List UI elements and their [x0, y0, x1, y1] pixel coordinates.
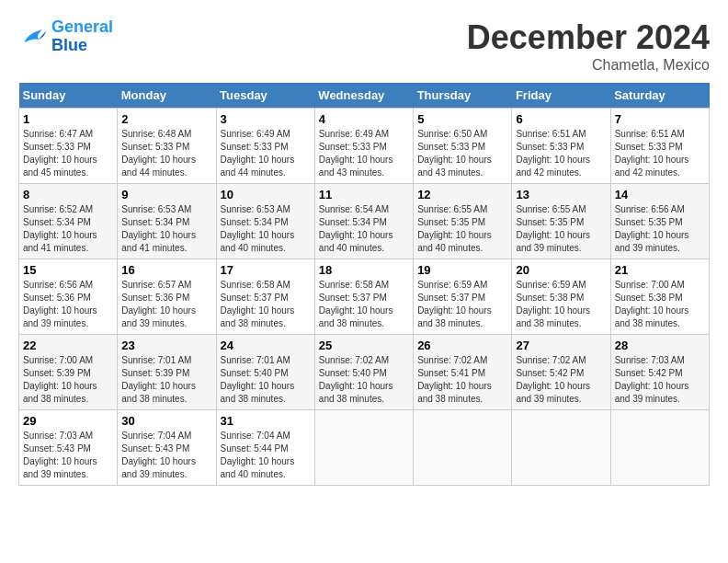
- calendar-cell: [314, 410, 413, 486]
- day-number: 24: [221, 339, 311, 352]
- col-friday: Friday: [512, 83, 610, 109]
- calendar-cell: 21Sunrise: 7:00 AMSunset: 5:38 PMDayligh…: [610, 259, 709, 335]
- calendar-cell: 11Sunrise: 6:54 AMSunset: 5:34 PMDayligh…: [314, 184, 413, 259]
- day-number: 26: [417, 339, 507, 352]
- calendar-cell: [610, 410, 709, 486]
- col-thursday: Thursday: [414, 83, 512, 109]
- calendar-cell: 3Sunrise: 6:49 AMSunset: 5:33 PMDaylight…: [216, 109, 314, 184]
- day-number: 7: [615, 112, 705, 126]
- calendar-cell: 27Sunrise: 7:02 AMSunset: 5:42 PMDayligh…: [512, 335, 610, 410]
- calendar-cell: [512, 410, 610, 486]
- day-info: Sunrise: 6:49 AMSunset: 5:33 PMDaylight:…: [221, 129, 295, 178]
- calendar-cell: 15Sunrise: 6:56 AMSunset: 5:36 PMDayligh…: [19, 259, 118, 335]
- day-number: 15: [23, 263, 113, 277]
- day-number: 6: [516, 112, 606, 126]
- day-info: Sunrise: 6:59 AMSunset: 5:38 PMDaylight:…: [516, 280, 590, 328]
- day-number: 2: [121, 112, 211, 126]
- day-info: Sunrise: 7:01 AMSunset: 5:39 PMDaylight:…: [121, 355, 196, 404]
- calendar-cell: 19Sunrise: 6:59 AMSunset: 5:37 PMDayligh…: [414, 259, 512, 335]
- logo-icon: [18, 22, 48, 52]
- day-number: 8: [23, 188, 113, 201]
- calendar-cell: 22Sunrise: 7:00 AMSunset: 5:39 PMDayligh…: [19, 335, 118, 410]
- calendar-cell: 20Sunrise: 6:59 AMSunset: 5:38 PMDayligh…: [512, 259, 610, 335]
- day-number: 19: [417, 263, 507, 277]
- day-info: Sunrise: 6:51 AMSunset: 5:33 PMDaylight:…: [516, 129, 590, 178]
- day-number: 14: [615, 188, 705, 201]
- day-number: 28: [615, 339, 705, 352]
- day-number: 30: [121, 414, 211, 428]
- col-tuesday: Tuesday: [216, 83, 314, 109]
- calendar-cell: 13Sunrise: 6:55 AMSunset: 5:35 PMDayligh…: [512, 184, 610, 259]
- page-header: General Blue December 2024 Chametla, Mex…: [18, 18, 710, 74]
- day-info: Sunrise: 7:02 AMSunset: 5:40 PMDaylight:…: [319, 355, 393, 404]
- day-info: Sunrise: 6:50 AMSunset: 5:33 PMDaylight:…: [417, 129, 492, 178]
- col-wednesday: Wednesday: [314, 83, 413, 109]
- title-block: December 2024 Chametla, Mexico: [467, 18, 710, 74]
- day-number: 23: [121, 339, 211, 352]
- calendar-cell: 17Sunrise: 6:58 AMSunset: 5:37 PMDayligh…: [216, 259, 314, 335]
- calendar-cell: 7Sunrise: 6:51 AMSunset: 5:33 PMDaylight…: [610, 109, 709, 184]
- calendar-cell: 9Sunrise: 6:53 AMSunset: 5:34 PMDaylight…: [118, 184, 216, 259]
- day-info: Sunrise: 6:56 AMSunset: 5:35 PMDaylight:…: [615, 204, 689, 253]
- day-info: Sunrise: 6:48 AMSunset: 5:33 PMDaylight:…: [121, 129, 196, 178]
- day-info: Sunrise: 6:57 AMSunset: 5:36 PMDaylight:…: [121, 280, 196, 328]
- calendar-cell: 23Sunrise: 7:01 AMSunset: 5:39 PMDayligh…: [118, 335, 216, 410]
- calendar-week-2: 8Sunrise: 6:52 AMSunset: 5:34 PMDaylight…: [19, 184, 710, 259]
- calendar-cell: 10Sunrise: 6:53 AMSunset: 5:34 PMDayligh…: [216, 184, 314, 259]
- col-saturday: Saturday: [610, 83, 709, 109]
- calendar-week-5: 29Sunrise: 7:03 AMSunset: 5:43 PMDayligh…: [19, 410, 710, 486]
- day-info: Sunrise: 6:59 AMSunset: 5:37 PMDaylight:…: [417, 280, 492, 328]
- calendar-week-4: 22Sunrise: 7:00 AMSunset: 5:39 PMDayligh…: [19, 335, 710, 410]
- col-monday: Monday: [118, 83, 216, 109]
- day-info: Sunrise: 7:01 AMSunset: 5:40 PMDaylight:…: [221, 355, 295, 404]
- day-info: Sunrise: 6:55 AMSunset: 5:35 PMDaylight:…: [516, 204, 590, 253]
- day-number: 25: [319, 339, 409, 352]
- calendar-cell: 6Sunrise: 6:51 AMSunset: 5:33 PMDaylight…: [512, 109, 610, 184]
- day-info: Sunrise: 7:04 AMSunset: 5:43 PMDaylight:…: [121, 431, 196, 479]
- day-number: 10: [221, 188, 311, 201]
- calendar-cell: 8Sunrise: 6:52 AMSunset: 5:34 PMDaylight…: [19, 184, 118, 259]
- calendar-week-1: 1Sunrise: 6:47 AMSunset: 5:33 PMDaylight…: [19, 109, 710, 184]
- day-number: 11: [319, 188, 409, 201]
- day-number: 3: [221, 112, 311, 126]
- day-number: 16: [121, 263, 211, 277]
- logo: General Blue: [18, 18, 113, 55]
- day-info: Sunrise: 6:52 AMSunset: 5:34 PMDaylight:…: [23, 204, 97, 253]
- day-info: Sunrise: 7:03 AMSunset: 5:42 PMDaylight:…: [615, 355, 689, 404]
- calendar-cell: 4Sunrise: 6:49 AMSunset: 5:33 PMDaylight…: [314, 109, 413, 184]
- calendar-cell: 5Sunrise: 6:50 AMSunset: 5:33 PMDaylight…: [414, 109, 512, 184]
- calendar-cell: 18Sunrise: 6:58 AMSunset: 5:37 PMDayligh…: [314, 259, 413, 335]
- day-number: 5: [417, 112, 507, 126]
- day-info: Sunrise: 6:49 AMSunset: 5:33 PMDaylight:…: [319, 129, 393, 178]
- day-info: Sunrise: 6:51 AMSunset: 5:33 PMDaylight:…: [615, 129, 689, 178]
- calendar-table: Sunday Monday Tuesday Wednesday Thursday…: [18, 83, 710, 486]
- day-number: 22: [23, 339, 113, 352]
- calendar-cell: 25Sunrise: 7:02 AMSunset: 5:40 PMDayligh…: [314, 335, 413, 410]
- calendar-cell: 12Sunrise: 6:55 AMSunset: 5:35 PMDayligh…: [414, 184, 512, 259]
- col-sunday: Sunday: [19, 83, 118, 109]
- day-info: Sunrise: 6:58 AMSunset: 5:37 PMDaylight:…: [319, 280, 393, 328]
- day-number: 21: [615, 263, 705, 277]
- day-number: 4: [319, 112, 409, 126]
- calendar-week-3: 15Sunrise: 6:56 AMSunset: 5:36 PMDayligh…: [19, 259, 710, 335]
- calendar-cell: 16Sunrise: 6:57 AMSunset: 5:36 PMDayligh…: [118, 259, 216, 335]
- day-number: 17: [221, 263, 311, 277]
- logo-text: General Blue: [51, 18, 113, 55]
- day-info: Sunrise: 7:02 AMSunset: 5:42 PMDaylight:…: [516, 355, 590, 404]
- day-info: Sunrise: 6:53 AMSunset: 5:34 PMDaylight:…: [121, 204, 196, 253]
- day-number: 9: [121, 188, 211, 201]
- day-number: 1: [23, 112, 113, 126]
- month-title: December 2024: [467, 18, 710, 57]
- calendar-cell: 30Sunrise: 7:04 AMSunset: 5:43 PMDayligh…: [118, 410, 216, 486]
- day-info: Sunrise: 6:53 AMSunset: 5:34 PMDaylight:…: [221, 204, 295, 253]
- calendar-cell: 29Sunrise: 7:03 AMSunset: 5:43 PMDayligh…: [19, 410, 118, 486]
- day-info: Sunrise: 7:00 AMSunset: 5:38 PMDaylight:…: [615, 280, 689, 328]
- day-info: Sunrise: 6:56 AMSunset: 5:36 PMDaylight:…: [23, 280, 97, 328]
- calendar-cell: 24Sunrise: 7:01 AMSunset: 5:40 PMDayligh…: [216, 335, 314, 410]
- calendar-cell: 14Sunrise: 6:56 AMSunset: 5:35 PMDayligh…: [610, 184, 709, 259]
- calendar-cell: [414, 410, 512, 486]
- day-number: 12: [417, 188, 507, 201]
- day-info: Sunrise: 6:55 AMSunset: 5:35 PMDaylight:…: [417, 204, 492, 253]
- calendar-cell: 31Sunrise: 7:04 AMSunset: 5:44 PMDayligh…: [216, 410, 314, 486]
- day-number: 31: [221, 414, 311, 428]
